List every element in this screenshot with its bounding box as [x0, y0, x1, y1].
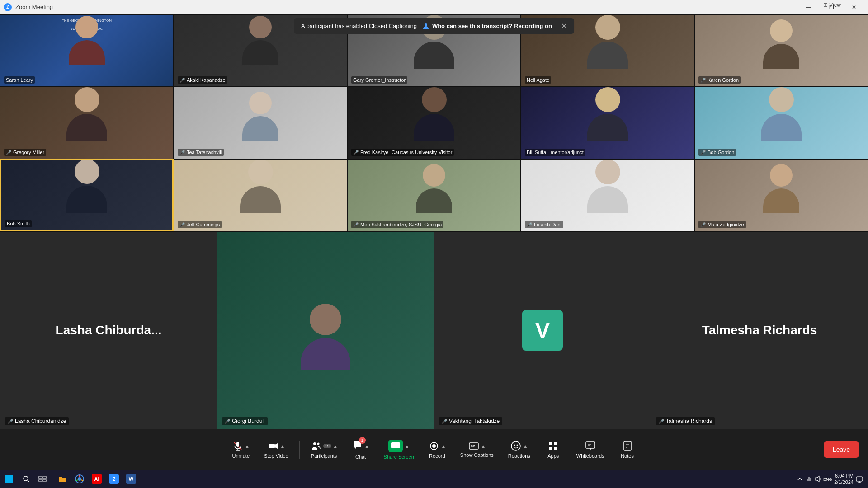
share-chevron[interactable]: ▲ — [405, 444, 409, 449]
word-icon[interactable]: W — [123, 471, 139, 487]
reactions-icon — [510, 441, 521, 451]
zoom-app-logo: Z — [109, 474, 119, 484]
neil-name: Neil Agate — [527, 77, 549, 83]
reactions-button[interactable]: ▲ Reactions — [501, 437, 538, 462]
reactions-label: Reactions — [508, 453, 530, 459]
leave-button[interactable]: Leave — [824, 441, 859, 458]
date-display: 2/1/2024 — [834, 479, 854, 485]
record-button[interactable]: ▲ Record — [421, 437, 453, 462]
svg-line-45 — [81, 480, 83, 481]
notes-icon — [622, 441, 633, 451]
video-cell-lokesh[interactable]: 🎤 Lokesh Dani — [521, 159, 694, 231]
folder-icon — [58, 475, 67, 483]
show-captions-button[interactable]: CC ▲ Show Captions — [453, 438, 501, 461]
person-silhouette-bill — [587, 87, 628, 141]
task-view-icon — [38, 476, 47, 482]
video-cell-fred[interactable]: 🎤 Fred Kasirye- Caucasus University-Visi… — [347, 87, 521, 159]
close-button[interactable]: ✕ — [844, 0, 864, 14]
video-grid-bottom: Lasha Chiburda... 🎤 Lasha Chiburdanidze … — [0, 231, 868, 429]
notes-button[interactable]: Notes — [612, 437, 643, 462]
participants-icon — [311, 441, 321, 451]
participants-button[interactable]: 19 ▲ Participants — [303, 437, 345, 462]
chrome-icon[interactable] — [71, 471, 88, 487]
apps-label: Apps — [547, 453, 559, 459]
talmesha-name: Talmesha Richards — [666, 418, 712, 424]
video-cell-giorgi[interactable]: 🎤 Giorgi Burduli — [217, 231, 434, 429]
v-avatar: V — [522, 310, 563, 351]
caret-up-icon[interactable] — [796, 475, 803, 483]
mute-icon-maia: 🎤 — [700, 222, 706, 227]
unmute-chevron[interactable]: ▲ — [245, 444, 250, 449]
video-cell-meri[interactable]: 🎤 Meri Sakhamberidze, SJSU, Georgia — [347, 159, 521, 231]
notification-close[interactable]: ✕ — [561, 22, 567, 30]
video-cell-sarah-leary[interactable]: THE GEORGE WASHINGTONUNIVERSITYWASHINGTO… — [0, 14, 174, 87]
window-title: Zoom Meeting — [15, 4, 53, 10]
toolbar: ▲ Unmute ▲ Stop Video 19 ▲ Participa — [0, 429, 868, 470]
record-chevron[interactable]: ▲ — [441, 444, 446, 449]
video-cell-tea[interactable]: 🎤 Tea Tatenashvili — [174, 87, 347, 159]
person-icon — [422, 23, 429, 30]
svg-rect-46 — [808, 477, 810, 481]
view-label: ⊞ View — [823, 2, 841, 8]
notes-label: Notes — [621, 453, 634, 459]
clock-display[interactable]: 6:04 PM 2/1/2024 — [834, 473, 854, 486]
svg-rect-39 — [39, 479, 42, 482]
volume-icon — [814, 475, 821, 483]
whiteboards-button[interactable]: Whiteboards — [569, 437, 612, 462]
mute-icon-fred: 🎤 — [353, 150, 359, 155]
participant-name-akaki: 🎤 Akaki Kapanadze — [178, 76, 227, 84]
participant-name-meri: 🎤 Meri Sakhamberidze, SJSU, Georgia — [351, 221, 443, 228]
stop-video-chevron[interactable]: ▲ — [280, 444, 285, 449]
start-button[interactable] — [0, 470, 18, 488]
person-silhouette-bob-gordon — [761, 87, 802, 141]
person-silhouette-tea — [242, 92, 278, 141]
unmute-icon-area: ▲ — [232, 441, 250, 451]
video-cell-talmesha[interactable]: Talmesha Richards 🎤 Talmesha Richards — [651, 231, 868, 429]
network-icon — [805, 475, 812, 483]
captions-chevron[interactable]: ▲ — [481, 444, 486, 449]
gregory-name: Gregory Miller — [13, 150, 44, 155]
reactions-chevron[interactable]: ▲ — [523, 444, 528, 449]
sarah-name: Sarah Leary — [6, 77, 33, 83]
participants-label: Participants — [311, 453, 337, 459]
video-cell-bob-gordon[interactable]: 🎤 Bob Gordon — [694, 87, 868, 159]
video-cell-maia[interactable]: 🎤 Maia Zedginidze — [694, 159, 868, 231]
record-icon — [429, 441, 439, 451]
stop-video-button[interactable]: ▲ Stop Video — [257, 437, 296, 462]
notification-icon[interactable] — [855, 475, 863, 483]
apps-button[interactable]: Apps — [538, 437, 569, 462]
participant-name-maia: 🎤 Maia Zedginidze — [698, 221, 746, 228]
mute-icon-giorgi: 🎤 — [225, 419, 230, 424]
participants-chevron[interactable]: ▲ — [333, 444, 338, 449]
file-explorer-icon[interactable] — [54, 471, 71, 487]
unmute-button[interactable]: ▲ Unmute — [225, 437, 257, 462]
zoom-logo: Z — [4, 3, 12, 11]
video-cell-karen[interactable]: 🎤 Karen Gordon — [694, 14, 868, 87]
captions-icon: CC — [468, 441, 479, 450]
vakhtangi-name: Vakhtangi Taktakidze — [449, 418, 500, 424]
zoom-taskbar-icon[interactable]: Z — [106, 471, 122, 487]
chat-button[interactable]: 1 ▲ Chat — [345, 436, 377, 463]
video-cell-lasha[interactable]: Lasha Chiburda... 🎤 Lasha Chiburdanidze — [0, 231, 217, 429]
view-control[interactable]: ⊞ View — [823, 2, 841, 8]
video-cell-vakhtangi[interactable]: V 🎤 Vakhtangi Taktakidze — [434, 231, 651, 429]
svg-rect-40 — [43, 479, 46, 482]
share-screen-icon — [391, 441, 401, 449]
share-screen-button[interactable]: ▲ Share Screen — [377, 436, 421, 463]
svg-rect-31 — [5, 475, 9, 479]
chat-chevron[interactable]: ▲ — [365, 444, 369, 449]
video-cell-gregory[interactable]: 🎤 Gregory Miller — [0, 87, 174, 159]
video-cell-bill[interactable]: Bill Suffa - mentor/adjunct — [521, 87, 694, 159]
video-cell-jeff[interactable]: 🎤 Jeff Cummings — [174, 159, 347, 231]
meri-name: Meri Sakhamberidze, SJSU, Georgia — [360, 222, 442, 227]
svg-text:ENG: ENG — [823, 477, 832, 482]
adobe-icon[interactable]: Ai — [89, 471, 105, 487]
person-silhouette-neil — [587, 15, 628, 69]
maia-name: Maia Zedginidze — [708, 222, 744, 227]
video-cell-bob-smith[interactable]: Bob Smith — [0, 159, 174, 231]
transcript-link[interactable]: Who can see this transcript? Recording o… — [422, 23, 552, 30]
minimize-button[interactable]: — — [798, 0, 819, 14]
notes-icon-area — [622, 441, 633, 451]
task-view-button[interactable] — [34, 471, 51, 487]
search-button[interactable] — [18, 471, 34, 487]
